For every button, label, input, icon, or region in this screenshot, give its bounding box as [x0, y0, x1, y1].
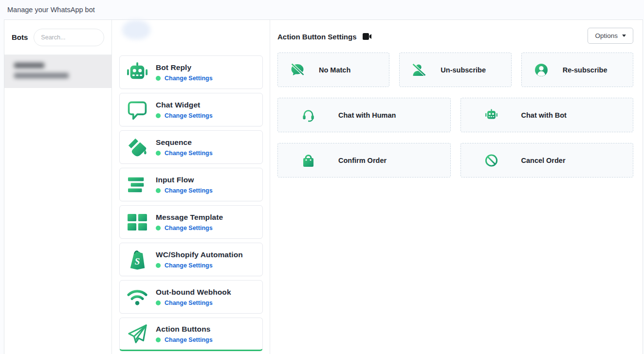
main-card: Bots Bot: [4, 19, 643, 354]
action-card-no-match[interactable]: No Match: [277, 53, 389, 87]
options-button-label: Options: [595, 32, 618, 39]
status-dot: [156, 301, 161, 305]
chevron-down-icon: [622, 35, 626, 37]
feature-title: Out-bound Webhook: [156, 288, 231, 297]
feature-card-message-template[interactable]: Message Template Change Settings: [119, 205, 263, 239]
change-settings-link[interactable]: Change Settings: [165, 150, 213, 157]
status-dot: [156, 113, 161, 118]
feature-card-bot-reply[interactable]: Bot Reply Change Settings: [119, 55, 263, 89]
feature-card-chat-widget[interactable]: Chat Widget Change Settings: [119, 93, 263, 126]
status-dot: [156, 76, 161, 81]
action-card-cancel-order[interactable]: Cancel Order: [460, 143, 634, 177]
shopping-bag-icon: [302, 154, 315, 167]
change-settings-link[interactable]: Change Settings: [165, 112, 213, 119]
grid-squares-icon: [125, 211, 149, 233]
bars-icon: [125, 174, 149, 196]
action-card-un-subscribe[interactable]: Un-subscribe: [399, 53, 511, 87]
robot-icon: [485, 109, 498, 121]
feature-card-input-flow[interactable]: Input Flow Change Settings: [119, 168, 263, 201]
chat-bubble-icon: [125, 99, 149, 121]
action-button-settings-panel: Action Button Settings Options: [270, 20, 643, 354]
paper-plane-icon: [125, 323, 149, 345]
action-card-chat-with-bot[interactable]: Chat with Bot: [460, 98, 634, 132]
change-settings-link[interactable]: Change Settings: [165, 300, 213, 306]
shopify-bag-icon: S: [125, 248, 149, 271]
bot-search-input[interactable]: [34, 29, 104, 46]
sidebar: Bots: [4, 20, 112, 354]
change-settings-link[interactable]: Change Settings: [165, 75, 213, 82]
feature-card-action-buttons[interactable]: Action Buttons Change Settings: [119, 318, 263, 351]
action-label: Cancel Order: [521, 157, 566, 164]
feature-title: Input Flow: [156, 176, 213, 184]
robot-icon: [125, 61, 149, 84]
sidebar-header: Bots: [4, 20, 111, 55]
blurred-blob: [122, 20, 150, 39]
user-circle-icon: [534, 63, 549, 77]
action-label: Chat with Bot: [521, 111, 567, 119]
top-bar: Manage your WhatsApp bot: [0, 0, 644, 19]
page-title: Manage your WhatsApp bot: [7, 6, 95, 14]
action-card-confirm-order[interactable]: Confirm Order: [277, 143, 451, 177]
action-label: Confirm Order: [338, 157, 386, 164]
feature-title: Chat Widget: [156, 101, 213, 109]
feature-title: Sequence: [156, 138, 213, 147]
change-settings-link[interactable]: Change Settings: [165, 262, 213, 269]
status-dot: [156, 337, 161, 342]
svg-text:S: S: [135, 256, 140, 266]
status-dot: [156, 188, 161, 193]
action-label: No Match: [319, 66, 350, 74]
sidebar-heading: Bots: [12, 33, 28, 41]
user-slash-icon: [412, 63, 426, 76]
status-dot: [156, 226, 161, 230]
status-dot: [156, 151, 161, 156]
redacted-bot-name: [14, 63, 44, 68]
panel-title: Action Button Settings: [277, 33, 356, 41]
ban-icon: [485, 154, 498, 167]
change-settings-link[interactable]: Change Settings: [165, 187, 213, 194]
action-label: Chat with Human: [338, 111, 396, 119]
bot-list-item[interactable]: [4, 55, 111, 88]
status-dot: [156, 263, 161, 268]
feature-list: Bot Reply Change Settings Chat Widget Ch…: [112, 20, 270, 354]
feature-card-outbound-webhook[interactable]: Out-bound Webhook Change Settings: [119, 280, 263, 314]
change-settings-link[interactable]: Change Settings: [165, 225, 213, 231]
fill-drip-icon: [125, 136, 149, 159]
feature-title: Bot Reply: [156, 63, 213, 72]
change-settings-link[interactable]: Change Settings: [165, 336, 213, 343]
options-button[interactable]: Options: [588, 28, 633, 44]
feature-title: WC/Shopify Automation: [156, 250, 243, 259]
action-card-chat-with-human[interactable]: Chat with Human: [277, 98, 451, 132]
action-label: Un-subscribe: [441, 66, 486, 74]
action-card-re-subscribe[interactable]: Re-subscribe: [521, 53, 633, 87]
video-camera-icon[interactable]: [363, 33, 371, 40]
action-label: Re-subscribe: [563, 66, 607, 74]
redacted-bot-number: [14, 73, 69, 78]
feature-card-sequence[interactable]: Sequence Change Settings: [119, 130, 263, 164]
feature-card-wc-shopify-automation[interactable]: S WC/Shopify Automation Change Settings: [119, 243, 263, 276]
headset-icon: [302, 108, 315, 122]
wifi-icon: [125, 286, 149, 308]
feature-title: Message Template: [156, 213, 223, 222]
feature-title: Action Buttons: [156, 325, 213, 334]
comment-slash-icon: [290, 63, 305, 76]
